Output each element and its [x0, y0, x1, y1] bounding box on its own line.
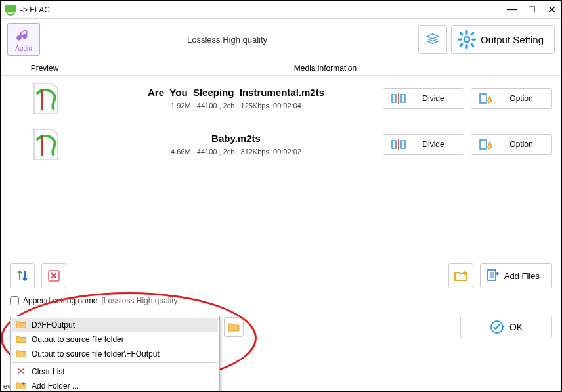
svg-rect-3: [392, 95, 396, 102]
app-icon: [5, 4, 16, 16]
maximize-button[interactable]: □: [526, 3, 538, 16]
format-label: Audio: [15, 45, 32, 52]
dropdown-clear-label: Clear List: [32, 367, 65, 376]
divide-icon: [391, 93, 406, 104]
dropdown-item[interactable]: Output to source file folder: [12, 332, 218, 347]
media-meta: 1.92M , 44100 , 2ch , 125Kbps, 00:02:04: [171, 102, 301, 110]
append-setting-row: Append setting name [Lossless High quali…: [10, 296, 180, 305]
music-note-icon: [15, 28, 32, 45]
list-row: Are_You_Sleeping_Instrumental.m2ts 1.92M…: [1, 76, 561, 121]
svg-rect-2: [41, 89, 43, 110]
option-label: Option: [499, 94, 544, 103]
list-row: Baby.m2ts 4.66M , 44100 , 2ch , 312Kbps,…: [1, 121, 561, 167]
media-meta: 4.66M , 44100 , 2ch , 312Kbps, 00:02:02: [171, 148, 301, 156]
svg-rect-11: [480, 140, 486, 149]
new-folder-button[interactable]: [448, 263, 473, 288]
folder-icon: [228, 322, 240, 332]
svg-rect-0: [5, 5, 16, 12]
column-media: Media information: [89, 60, 561, 75]
toolbar: Audio Lossless High quality Output Setti…: [1, 19, 561, 60]
dropdown-item-label: Output to source file folder: [32, 335, 124, 344]
filename: Baby.m2ts: [211, 133, 261, 144]
clear-icon: [16, 366, 26, 377]
folder-add-icon: [16, 381, 26, 391]
output-setting-label: Output Setting: [481, 34, 544, 45]
gear-icon: [457, 30, 477, 49]
option-button[interactable]: Option: [471, 88, 552, 109]
preview-thumb[interactable]: [1, 76, 89, 121]
divide-label: Divide: [411, 94, 456, 103]
layers-icon: [425, 32, 440, 47]
option-button[interactable]: Option: [471, 134, 552, 155]
remove-button[interactable]: [41, 263, 66, 288]
svg-rect-7: [41, 135, 43, 156]
dropdown-item[interactable]: D:\FFOutput: [12, 318, 218, 332]
divide-label: Divide: [411, 140, 456, 149]
output-setting-button[interactable]: Output Setting: [451, 25, 555, 54]
dropdown-item-label: D:\FFOutput: [32, 320, 75, 330]
append-setting-label: Append setting name: [23, 296, 97, 305]
add-files-label: Add Files: [504, 271, 540, 281]
separator: [12, 362, 218, 363]
audio-file-icon: [28, 127, 63, 162]
dropdown-add-folder-label: Add Folder ...: [32, 381, 79, 391]
dropdown-add-folder[interactable]: Add Folder ...: [12, 379, 218, 392]
dropdown-item[interactable]: Output to source file folder\FFOutput: [12, 347, 218, 361]
divide-button[interactable]: Divide: [383, 88, 464, 109]
audio-file-icon: [28, 81, 63, 116]
dropdown-item-label: Output to source file folder\FFOutput: [32, 349, 160, 359]
ok-label: OK: [509, 322, 523, 332]
ok-button[interactable]: OK: [460, 316, 552, 338]
sort-arrows-icon: [16, 269, 29, 282]
media-list: Are_You_Sleeping_Instrumental.m2ts 1.92M…: [1, 76, 561, 167]
browse-folder-button[interactable]: [224, 317, 244, 337]
add-file-icon: [486, 269, 500, 283]
check-circle-icon: [490, 320, 504, 334]
column-preview: Preview: [1, 60, 89, 75]
svg-rect-6: [480, 94, 486, 103]
svg-rect-8: [392, 141, 396, 148]
option-label: Option: [499, 140, 544, 149]
append-setting-checkbox[interactable]: [10, 296, 19, 305]
folder-icon: [16, 349, 26, 359]
quality-label: Lossless High quality: [40, 35, 414, 45]
svg-point-1: [464, 37, 469, 42]
filename: Are_You_Sleeping_Instrumental.m2ts: [148, 87, 324, 98]
divide-button[interactable]: Divide: [383, 134, 464, 155]
dropdown-clear[interactable]: Clear List: [12, 364, 218, 379]
svg-rect-9: [401, 141, 405, 148]
folder-icon: [16, 320, 26, 330]
bottom-toolbar: Add Files: [1, 263, 561, 288]
add-files-button[interactable]: Add Files: [480, 263, 552, 288]
folder-plus-icon: [454, 269, 468, 282]
minimize-button[interactable]: —: [506, 3, 518, 16]
option-icon: [479, 93, 494, 104]
list-header: Preview Media information: [1, 60, 561, 76]
layers-button[interactable]: [418, 25, 447, 54]
close-button[interactable]: ✕: [546, 3, 557, 16]
divide-icon: [391, 139, 406, 150]
window-title: -> FLAC: [20, 5, 50, 14]
output-path-dropdown: D:\FFOutput Output to source file folder…: [10, 316, 220, 392]
preview-thumb[interactable]: [1, 121, 89, 167]
append-setting-suffix: [Lossless High quality]: [101, 296, 179, 305]
option-icon: [479, 139, 494, 150]
remove-x-icon: [47, 269, 60, 282]
sort-button[interactable]: [10, 263, 35, 288]
svg-rect-4: [401, 95, 405, 102]
format-audio-button[interactable]: Audio: [7, 23, 40, 56]
titlebar: -> FLAC — □ ✕: [1, 1, 561, 19]
folder-icon: [16, 334, 26, 345]
